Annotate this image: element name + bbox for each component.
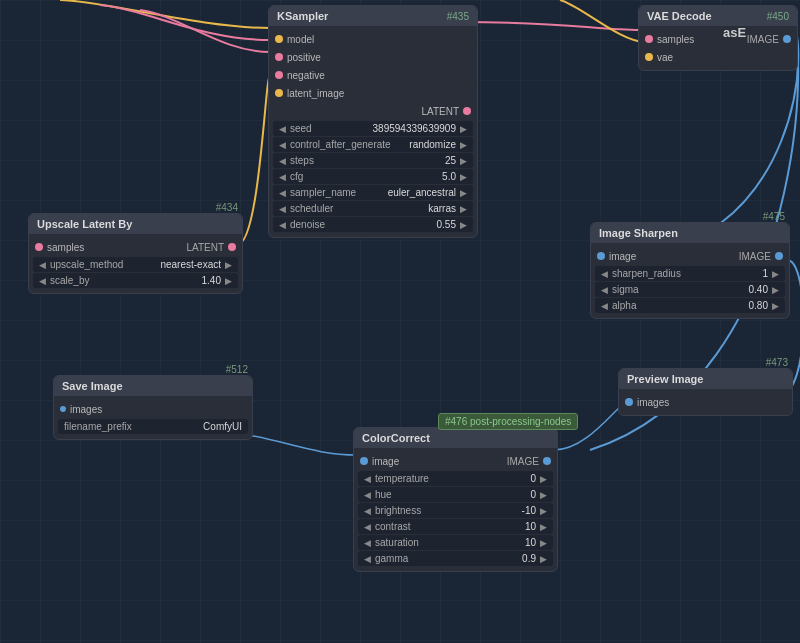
cc-temp-value: 0	[528, 473, 538, 484]
ksampler-scheduler-right[interactable]: ▶	[458, 204, 469, 214]
ksampler-seed-field[interactable]: ◀ seed 389594339639909 ▶	[273, 121, 473, 136]
cc-gamma-left[interactable]: ◀	[362, 554, 373, 564]
cc-brightness-left[interactable]: ◀	[362, 506, 373, 516]
ksampler-seed-right[interactable]: ▶	[458, 124, 469, 134]
ksampler-negative-label: negative	[287, 70, 471, 81]
ksampler-scheduler-field[interactable]: ◀ scheduler karras ▶	[273, 201, 473, 216]
ksampler-steps-field[interactable]: ◀ steps 25 ▶	[273, 153, 473, 168]
ksampler-output-port[interactable]: LATENT	[269, 102, 477, 120]
cc-image-port[interactable]: image IMAGE	[354, 452, 557, 470]
ksampler-negative-port[interactable]: negative	[269, 66, 477, 84]
sharpen-sigma-field[interactable]: ◀ sigma 0.40 ▶	[595, 282, 785, 297]
upscale-method-left[interactable]: ◀	[37, 260, 48, 270]
ksampler-scheduler-left[interactable]: ◀	[277, 204, 288, 214]
save-image-badge: #512	[226, 364, 248, 375]
ksampler-output-dot	[463, 107, 471, 115]
vae-samples-port[interactable]: samples IMAGE	[639, 30, 797, 48]
save-filename-field[interactable]: filename_prefix ComfyUI	[58, 419, 248, 434]
cc-contrast-right[interactable]: ▶	[538, 522, 549, 532]
ksampler-positive-port[interactable]: positive	[269, 48, 477, 66]
sharpen-sigma-right[interactable]: ▶	[770, 285, 781, 295]
ksampler-sampler-right[interactable]: ▶	[458, 188, 469, 198]
ksampler-cag-left[interactable]: ◀	[277, 140, 288, 150]
ksampler-steps-right[interactable]: ▶	[458, 156, 469, 166]
vae-samples-type: IMAGE	[747, 34, 779, 45]
ksampler-denoise-name: denoise	[288, 219, 435, 230]
cc-sat-right[interactable]: ▶	[538, 538, 549, 548]
cc-gamma-value: 0.9	[520, 553, 538, 564]
ksampler-sampler-field[interactable]: ◀ sampler_name euler_ancestral ▶	[273, 185, 473, 200]
sharpen-alpha-field[interactable]: ◀ alpha 0.80 ▶	[595, 298, 785, 313]
upscale-scale-left[interactable]: ◀	[37, 276, 48, 286]
ksampler-positive-dot	[275, 53, 283, 61]
ksampler-denoise-right[interactable]: ▶	[458, 220, 469, 230]
cc-sat-left[interactable]: ◀	[362, 538, 373, 548]
cc-hue-value: 0	[528, 489, 538, 500]
sharpen-alpha-right[interactable]: ▶	[770, 301, 781, 311]
cc-temp-left[interactable]: ◀	[362, 474, 373, 484]
cc-contrast-left[interactable]: ◀	[362, 522, 373, 532]
image-sharpen-node: #475 Image Sharpen image IMAGE ◀ sharpen…	[590, 222, 790, 319]
ksampler-denoise-field[interactable]: ◀ denoise 0.55 ▶	[273, 217, 473, 232]
ksampler-sampler-left[interactable]: ◀	[277, 188, 288, 198]
vae-decode-node: VAE Decode #450 samples IMAGE vae	[638, 5, 798, 71]
ksampler-steps-left[interactable]: ◀	[277, 156, 288, 166]
upscale-samples-port[interactable]: samples LATENT	[29, 238, 242, 256]
cc-hue-left[interactable]: ◀	[362, 490, 373, 500]
sharpen-radius-right[interactable]: ▶	[770, 269, 781, 279]
cc-brightness-name: brightness	[373, 505, 520, 516]
ksampler-cfg-left[interactable]: ◀	[277, 172, 288, 182]
save-filename-value: ComfyUI	[201, 421, 244, 432]
cc-temp-right[interactable]: ▶	[538, 474, 549, 484]
cc-temperature-field[interactable]: ◀ temperature 0 ▶	[358, 471, 553, 486]
cc-temp-name: temperature	[373, 473, 528, 484]
cc-image-dot	[360, 457, 368, 465]
ksampler-negative-dot	[275, 71, 283, 79]
ksampler-cag-right[interactable]: ▶	[458, 140, 469, 150]
ksampler-cfg-value: 5.0	[440, 171, 458, 182]
image-sharpen-title: Image Sharpen	[599, 227, 678, 239]
sharpen-alpha-value: 0.80	[747, 300, 770, 311]
preview-images-port[interactable]: images	[619, 393, 792, 411]
cc-output-type: IMAGE	[507, 456, 539, 467]
preview-image-node: #473 Preview Image images	[618, 368, 793, 416]
sharpen-alpha-left[interactable]: ◀	[599, 301, 610, 311]
cc-contrast-field[interactable]: ◀ contrast 10 ▶	[358, 519, 553, 534]
sharpen-alpha-name: alpha	[610, 300, 747, 311]
upscale-method-right[interactable]: ▶	[223, 260, 234, 270]
ksampler-cag-field[interactable]: ◀ control_after_generate randomize ▶	[273, 137, 473, 152]
ksampler-cfg-right[interactable]: ▶	[458, 172, 469, 182]
ksampler-denoise-left[interactable]: ◀	[277, 220, 288, 230]
ksampler-seed-left[interactable]: ◀	[277, 124, 288, 134]
upscale-scale-right[interactable]: ▶	[223, 276, 234, 286]
ksampler-scheduler-value: karras	[426, 203, 458, 214]
vae-vae-port[interactable]: vae	[639, 48, 797, 66]
sharpen-radius-value: 1	[760, 268, 770, 279]
sharpen-image-port[interactable]: image IMAGE	[591, 247, 789, 265]
sharpen-image-dot	[597, 252, 605, 260]
ksampler-model-port[interactable]: model	[269, 30, 477, 48]
cc-output-dot	[543, 457, 551, 465]
upscale-method-field[interactable]: ◀ upscale_method nearest-exact ▶	[33, 257, 238, 272]
ksampler-positive-label: positive	[287, 52, 471, 63]
cc-gamma-field[interactable]: ◀ gamma 0.9 ▶	[358, 551, 553, 566]
preview-images-label: images	[637, 397, 786, 408]
upscale-scale-field[interactable]: ◀ scale_by 1.40 ▶	[33, 273, 238, 288]
save-images-port[interactable]: images	[54, 400, 252, 418]
cc-hue-field[interactable]: ◀ hue 0 ▶	[358, 487, 553, 502]
cc-hue-right[interactable]: ▶	[538, 490, 549, 500]
cc-brightness-field[interactable]: ◀ brightness -10 ▶	[358, 503, 553, 518]
sharpen-sigma-name: sigma	[610, 284, 747, 295]
save-image-title: Save Image	[62, 380, 123, 392]
ksampler-latent-dot	[275, 89, 283, 97]
cc-saturation-field[interactable]: ◀ saturation 10 ▶	[358, 535, 553, 550]
sharpen-radius-left[interactable]: ◀	[599, 269, 610, 279]
ksampler-output-label: LATENT	[275, 106, 459, 117]
cc-gamma-right[interactable]: ▶	[538, 554, 549, 564]
ksampler-latent-port[interactable]: latent_image	[269, 84, 477, 102]
sharpen-radius-field[interactable]: ◀ sharpen_radius 1 ▶	[595, 266, 785, 281]
ksampler-cfg-field[interactable]: ◀ cfg 5.0 ▶	[273, 169, 473, 184]
cc-brightness-right[interactable]: ▶	[538, 506, 549, 516]
sharpen-sigma-left[interactable]: ◀	[599, 285, 610, 295]
sharpen-radius-name: sharpen_radius	[610, 268, 760, 279]
